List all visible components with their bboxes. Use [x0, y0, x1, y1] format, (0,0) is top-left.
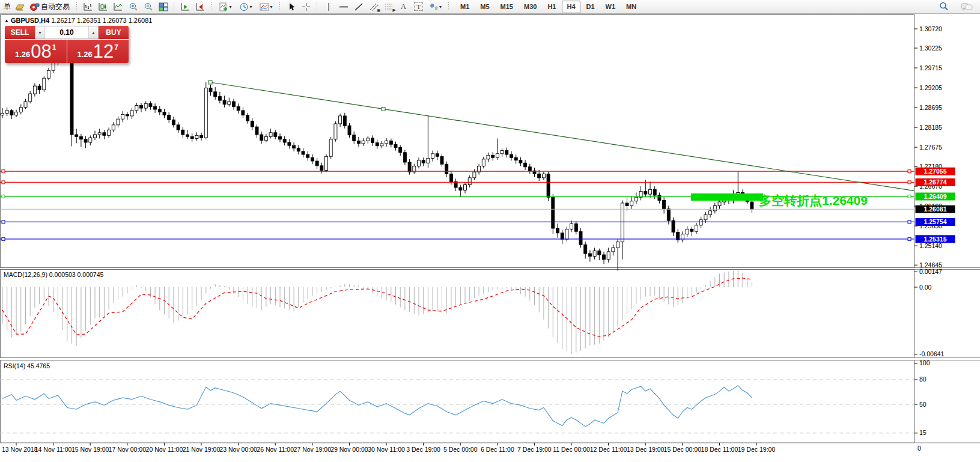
- search-icon: [939, 2, 949, 11]
- text-label-button[interactable]: T: [412, 1, 425, 13]
- volume-stepper: ▼ 0.10 ▲: [35, 26, 99, 39]
- svg-text:19 Dec 19:00: 19 Dec 19:00: [738, 446, 776, 453]
- timeframe-d1[interactable]: D1: [582, 1, 600, 13]
- volume-value[interactable]: 0.10: [45, 26, 88, 38]
- toolbar-grip[interactable]: [316, 2, 318, 11]
- timeframe-m30[interactable]: M30: [519, 1, 541, 13]
- sell-price-tile[interactable]: 1.26 08 1: [5, 40, 67, 63]
- sell-price-big: 08: [31, 42, 51, 61]
- text-button[interactable]: A: [397, 1, 410, 13]
- indicators-icon: [219, 2, 228, 11]
- timeframe-h4[interactable]: H4: [562, 1, 580, 13]
- timeframe-h1[interactable]: H1: [543, 1, 561, 13]
- one-click-trade-panel: SELL ▼ 0.10 ▲ BUY 1.26 08 1 1.26 12 7: [5, 26, 129, 63]
- tile-windows-button[interactable]: [156, 1, 170, 13]
- svg-text:21 Nov 19:00: 21 Nov 19:00: [183, 446, 221, 453]
- price-label-1.25315: 1.25315: [916, 235, 955, 243]
- svg-text:1.30225: 1.30225: [919, 44, 942, 52]
- search-button[interactable]: [937, 1, 951, 13]
- zoom-in-icon: [129, 2, 138, 11]
- toolbar-grip[interactable]: [448, 2, 450, 11]
- line-chart-icon: [113, 2, 123, 11]
- chart-title: ▲GBPUSD,H4 1.26217 1.26351 1.26073 1.260…: [4, 17, 152, 24]
- zoom-out-button[interactable]: [141, 1, 155, 13]
- equidistant-channel-button[interactable]: E: [367, 1, 380, 13]
- annotation-text[interactable]: 多空转折点1.26409: [759, 193, 868, 208]
- svg-text:13 Nov 2018: 13 Nov 2018: [2, 446, 38, 453]
- horizontal-line-button[interactable]: [336, 1, 350, 13]
- chart-shift-button[interactable]: [193, 1, 207, 13]
- new-order-icon: [14, 2, 25, 11]
- svg-text:1.29205: 1.29205: [919, 84, 942, 91]
- timeframe-m15[interactable]: M15: [496, 1, 518, 13]
- line-chart-button[interactable]: [111, 1, 125, 13]
- timeframe-mn[interactable]: MN: [621, 1, 641, 13]
- vertical-line-icon: [325, 2, 332, 11]
- sell-price-prefix: 1.26: [15, 50, 30, 59]
- svg-text:15: 15: [919, 429, 927, 436]
- time-axis[interactable]: 13 Nov 201814 Nov 11:0015 Nov 19:0017 No…: [2, 443, 921, 453]
- vertical-line-button[interactable]: [321, 1, 335, 13]
- timeframe-m5[interactable]: M5: [475, 1, 494, 13]
- arrows-button[interactable]: ▾: [427, 1, 445, 13]
- svg-text:6 Dec 11:00: 6 Dec 11:00: [481, 446, 514, 453]
- svg-text:30 Nov 11:00: 30 Nov 11:00: [368, 446, 405, 453]
- bar-chart-icon: [83, 2, 93, 11]
- svg-text:1.29715: 1.29715: [919, 64, 942, 71]
- svg-text:20 Nov 11:00: 20 Nov 11:00: [146, 446, 183, 453]
- price-axis[interactable]: 1.307201.302251.297151.292051.286951.281…: [915, 25, 942, 269]
- candlestick-button[interactable]: [96, 1, 110, 13]
- volume-decrease-button[interactable]: ▼: [35, 26, 45, 38]
- price-label-1.26774: 1.26774: [916, 178, 955, 186]
- svg-text:1.28185: 1.28185: [919, 124, 942, 131]
- order-menu-label[interactable]: 单: [2, 2, 12, 12]
- chart-symbol-period: GBPUSD,H4: [11, 17, 49, 24]
- svg-text:1.25754: 1.25754: [924, 218, 947, 225]
- crosshair-button[interactable]: [299, 1, 313, 13]
- timeframe-w1[interactable]: W1: [601, 1, 621, 13]
- chart-canvas[interactable]: MACD(12,26,9) 0.000503 0.0007450.001470.…: [0, 0, 980, 462]
- fibonacci-button[interactable]: F: [382, 1, 395, 13]
- arrows-icon: [430, 2, 439, 11]
- toolbar-grip[interactable]: [173, 2, 175, 11]
- buy-button[interactable]: BUY: [99, 26, 129, 39]
- svg-text:15 Dec 00:00: 15 Dec 00:00: [664, 446, 702, 453]
- chevron-down-icon: ▾: [249, 4, 252, 10]
- new-order-button[interactable]: [13, 1, 26, 13]
- bar-chart-button[interactable]: [81, 1, 95, 13]
- toolbar-grip[interactable]: [210, 2, 213, 11]
- svg-text:50: 50: [919, 401, 927, 408]
- volume-increase-button[interactable]: ▲: [88, 26, 98, 38]
- toolbar-grip[interactable]: [76, 2, 78, 11]
- svg-text:26 Nov 11:00: 26 Nov 11:00: [257, 446, 294, 453]
- svg-text:1.26409: 1.26409: [924, 193, 947, 200]
- zoom-in-button[interactable]: [126, 1, 140, 13]
- toolbar-grip[interactable]: [279, 2, 281, 11]
- svg-text:18 Dec 11:00: 18 Dec 11:00: [701, 446, 738, 453]
- auto-scroll-button[interactable]: [178, 1, 192, 13]
- svg-text:17 Nov 00:00: 17 Nov 00:00: [109, 446, 147, 453]
- sell-button[interactable]: SELL: [5, 26, 35, 39]
- price-label-1.26409: 1.26409: [916, 193, 955, 201]
- tile-windows-icon: [159, 2, 168, 11]
- cursor-button[interactable]: [284, 1, 298, 13]
- sell-price-sup: 1: [52, 43, 56, 52]
- svg-text:14 Nov 11:00: 14 Nov 11:00: [35, 446, 72, 453]
- timeframe-m1[interactable]: M1: [455, 1, 474, 13]
- autotrading-button[interactable]: 自动交易: [28, 1, 73, 13]
- panel-collapse-icon[interactable]: ▲: [4, 18, 9, 23]
- chat-button[interactable]: [960, 1, 973, 13]
- svg-text:3 Dec 19:00: 3 Dec 19:00: [406, 446, 440, 453]
- highlight-zone[interactable]: [691, 193, 763, 201]
- templates-button[interactable]: ▾: [257, 1, 276, 13]
- buy-price-tile[interactable]: 1.26 12 7: [67, 40, 129, 63]
- text-label-icon: T: [414, 2, 423, 11]
- svg-text:5 Dec 00:00: 5 Dec 00:00: [443, 446, 478, 453]
- svg-text:27 Nov 19:00: 27 Nov 19:00: [294, 446, 332, 453]
- chevron-down-icon: ▾: [229, 4, 231, 10]
- periods-button[interactable]: ▾: [236, 1, 255, 13]
- indicators-button[interactable]: ▾: [216, 1, 235, 13]
- trendline-button[interactable]: [352, 1, 365, 13]
- svg-text:1.27055: 1.27055: [924, 168, 947, 175]
- svg-text:1.28695: 1.28695: [919, 104, 942, 111]
